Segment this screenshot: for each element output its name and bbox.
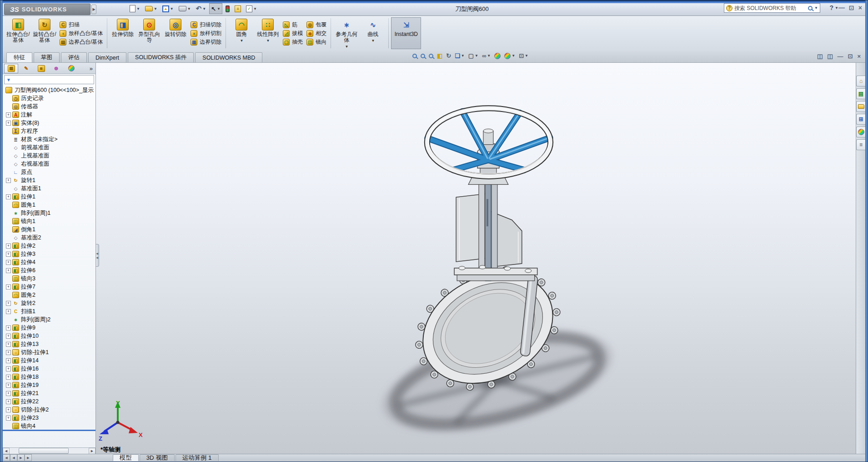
model-3d-knife-gate-valve[interactable] [96, 63, 856, 454]
tree-item[interactable]: +↻旋转2 [3, 299, 95, 307]
tree-item[interactable]: ◇右视基准面 [3, 160, 95, 168]
tree-item[interactable]: +◧拉伸4 [3, 258, 95, 266]
tree-item[interactable]: ◇基准面1 [3, 184, 95, 193]
rib-button[interactable]: ◺筋 [281, 21, 305, 29]
dropdown-arrow-icon[interactable]: ▼ [461, 54, 465, 58]
undo-button[interactable]: ↶▼ [194, 3, 208, 14]
propertymanager-tab[interactable]: ✎ [19, 64, 33, 73]
maximize-button[interactable]: ⊡ [849, 4, 854, 12]
tree-expander[interactable]: + [6, 416, 11, 421]
feature-tree-filter-input[interactable] [13, 76, 92, 83]
loft-button[interactable]: ◖放样凸台/基体 [58, 30, 105, 37]
tree-expander[interactable]: + [6, 366, 11, 371]
dropdown-arrow-icon[interactable]: ▼ [525, 54, 528, 58]
extrude-boss-button[interactable]: ◧拉伸凸台/基体 [5, 17, 31, 49]
view-orientation-button[interactable]: ❏▼ [453, 52, 466, 60]
command-tab[interactable]: 评估 [61, 52, 87, 62]
hscroll-left-arrow[interactable]: ◀ [3, 448, 10, 454]
tree-expander[interactable]: + [6, 252, 11, 257]
apply-scene-button[interactable]: ▼ [503, 52, 517, 60]
pane-right-icon[interactable]: ◫ [827, 53, 833, 60]
tree-expander[interactable]: + [6, 334, 11, 339]
instant3d-button[interactable]: ⇲Instant3D [391, 17, 421, 49]
tree-expander[interactable]: + [6, 268, 11, 273]
study-tab[interactable]: 运动算例 1 [176, 454, 218, 461]
graphics-viewport[interactable]: Y X Z *等轴测 ◀◀ [96, 63, 856, 454]
tree-item[interactable]: +◧拉伸1 [3, 193, 95, 201]
open-document-button[interactable]: ▼ [143, 3, 159, 14]
dropdown-arrow-icon[interactable]: ▼ [170, 7, 174, 11]
tree-expander[interactable]: + [6, 112, 11, 117]
tree-item[interactable]: +◧拉伸9 [3, 324, 95, 332]
command-tab[interactable]: SOLIDWORKS MBD [195, 52, 262, 62]
command-tab[interactable]: SOLIDWORKS 插件 [128, 52, 194, 62]
tree-item[interactable]: ◇上视基准面 [3, 152, 95, 160]
hscroll-thumb[interactable] [19, 448, 69, 454]
tree-item[interactable]: +◧拉伸6 [3, 266, 95, 274]
tree-item[interactable]: +◧拉伸3 [3, 250, 95, 258]
tree-item[interactable]: +C扫描1 [3, 307, 95, 315]
tree-expander[interactable]: + [6, 383, 11, 388]
boundary-boss-button[interactable]: ▤边界凸台/基体 [58, 38, 105, 46]
design-library-tab[interactable]: ▤ [856, 88, 866, 99]
study-tab[interactable]: 3D 视图 [140, 454, 175, 461]
dropdown-arrow-icon[interactable]: ▼ [187, 7, 191, 11]
search-icon[interactable] [808, 6, 813, 10]
revolve-boss-button[interactable]: ↻旋转凸台/基体 [31, 17, 58, 49]
tree-item[interactable]: ∗阵列(圆周)1 [3, 209, 95, 217]
make-drawing-button[interactable]: ▲▼ [161, 3, 176, 14]
tree-item[interactable]: +◧拉伸10 [3, 332, 95, 340]
featuremanager-design-tree-tab[interactable]: ▤ [4, 64, 18, 73]
file-explorer-tab[interactable] [856, 101, 866, 112]
tree-item[interactable]: +▣实体(8) [3, 119, 95, 127]
tree-expander[interactable]: + [6, 301, 11, 306]
dropdown-arrow-icon[interactable]: ▼ [253, 7, 257, 11]
tree-expander[interactable]: + [6, 325, 11, 330]
dropdown-arrow-icon[interactable]: ▼ [266, 38, 270, 44]
menu-expand-arrow[interactable]: ▶ [91, 5, 96, 14]
next-tab-button[interactable]: ▶ [17, 454, 25, 461]
tree-item[interactable]: +◧拉伸18 [3, 373, 95, 381]
first-tab-button[interactable]: ◀ [3, 454, 10, 461]
tree-expander[interactable]: + [6, 358, 11, 363]
dropdown-arrow-icon[interactable]: ▼ [371, 38, 375, 44]
tree-item[interactable]: ≣材质 <未指定> [3, 135, 95, 143]
panel-splitter-handle[interactable]: ◀◀ [96, 244, 99, 267]
tree-item[interactable]: +◧拉伸13 [3, 340, 95, 348]
tree-item[interactable]: ◇前视基准面 [3, 143, 95, 152]
dropdown-arrow-icon[interactable]: ▼ [240, 38, 243, 44]
study-tab[interactable]: 模型 [113, 454, 139, 461]
tree-expander[interactable]: + [6, 399, 11, 404]
tree-expander[interactable]: + [6, 342, 11, 347]
zoom-to-selection-button[interactable] [427, 53, 435, 59]
sweep-button[interactable]: C扫描 [58, 21, 105, 29]
search-dropdown-arrow[interactable]: ▼ [814, 6, 818, 10]
tree-item[interactable]: ◷历史记录 [3, 94, 95, 102]
dropdown-arrow-icon[interactable]: ▼ [202, 7, 206, 11]
tree-expander[interactable]: + [6, 407, 11, 412]
displaymanager-tab[interactable] [64, 64, 78, 73]
tree-expander[interactable]: + [6, 178, 11, 183]
doc-close-button[interactable]: × [857, 53, 861, 60]
doc-minimize-button[interactable]: — [838, 53, 843, 60]
options-button[interactable]: ✓▼ [244, 3, 259, 14]
print-button[interactable]: ▼ [177, 3, 193, 14]
tree-expander[interactable]: + [6, 244, 11, 249]
section-view-button[interactable]: ◧ [436, 52, 444, 60]
edit-appearance-button[interactable] [493, 52, 502, 60]
dropdown-arrow-icon[interactable]: ▼ [475, 54, 478, 58]
feature-tree-root[interactable]: 刀型闸阀600 (100<<100>_显示 [3, 86, 95, 94]
custom-properties-tab[interactable]: ≡ [856, 139, 866, 150]
close-button[interactable]: × [858, 4, 862, 12]
rebuild-traffic-light-button[interactable] [224, 3, 231, 14]
view-settings-button[interactable]: ⊡▼ [517, 52, 530, 60]
tree-item[interactable]: +◧拉伸7 [3, 283, 95, 291]
tree-item[interactable]: ◠圆角1 [3, 201, 95, 209]
tree-expander[interactable]: + [6, 194, 11, 199]
extruded-cut-button[interactable]: ◨拉伸切除 [110, 17, 136, 49]
last-tab-button[interactable]: ▶ [25, 454, 32, 461]
tree-item[interactable]: ◎传感器 [3, 102, 95, 111]
dropdown-arrow-icon[interactable]: ▼ [512, 54, 515, 58]
new-document-button[interactable]: ▼ [128, 3, 142, 14]
previous-tab-button[interactable]: ◀ [10, 454, 17, 461]
